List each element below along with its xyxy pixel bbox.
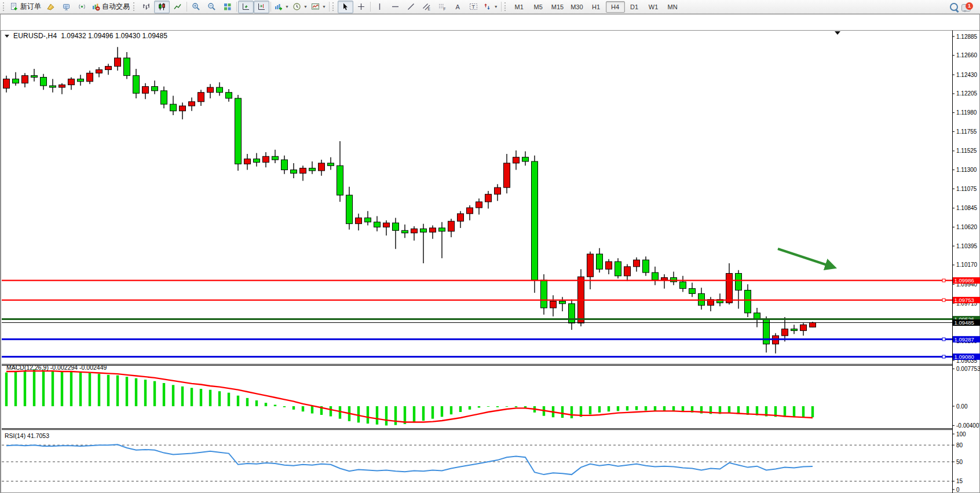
vertical-line-icon <box>375 2 384 11</box>
toolbar-separator <box>329 2 330 12</box>
tile-windows-icon <box>223 2 232 11</box>
arrows-button[interactable]: ▼ <box>481 1 500 13</box>
toolbar-separator <box>370 2 371 12</box>
tile-windows-button[interactable] <box>220 1 235 13</box>
fibonacci-button[interactable]: F <box>434 1 450 13</box>
one-click-trading-arrow-icon[interactable] <box>5 35 9 40</box>
text-icon: A <box>454 2 462 11</box>
price-axis[interactable]: 1.128851.126601.124301.122051.119801.117… <box>952 34 980 364</box>
cursor-button[interactable] <box>338 1 353 13</box>
svg-text:-0.004007: -0.004007 <box>956 422 980 429</box>
search-icon[interactable] <box>950 3 958 11</box>
line-chart-button[interactable] <box>170 1 185 13</box>
metaeditor-button[interactable] <box>43 1 58 13</box>
svg-text:1.09986: 1.09986 <box>955 277 974 284</box>
svg-text:1.11755: 1.11755 <box>956 128 977 135</box>
notification-badge: 1 <box>966 2 973 10</box>
chart-shift-marker-icon[interactable] <box>835 31 840 38</box>
bar-chart-button[interactable] <box>138 1 154 13</box>
toolbar-grip[interactable] <box>332 2 335 11</box>
chart-shift-button[interactable] <box>254 1 269 13</box>
svg-text:1.11980: 1.11980 <box>956 109 977 116</box>
svg-text:1.10845: 1.10845 <box>956 205 978 211</box>
crosshair-button[interactable] <box>353 1 369 13</box>
green-trend-arrow[interactable] <box>778 249 832 267</box>
timeframe-mn[interactable]: MN <box>663 1 682 13</box>
community-button[interactable] <box>58 1 74 13</box>
text-label-icon: T <box>469 2 478 11</box>
autotrading-button[interactable]: 自动交易 <box>90 1 131 13</box>
vertical-line-button[interactable] <box>372 1 387 13</box>
horizontal-line-objects[interactable] <box>2 279 952 358</box>
horizontal-line-button[interactable] <box>387 1 403 13</box>
auto-scroll-icon <box>242 2 250 11</box>
timeframe-m1[interactable]: M1 <box>510 1 529 13</box>
community-icon <box>62 2 71 11</box>
hline-handle[interactable] <box>942 279 945 282</box>
chart-title-overlay: EURUSD-,H4 1.09432 1.09496 1.09430 1.094… <box>5 32 167 40</box>
text-button[interactable]: A <box>450 1 466 13</box>
equidistant-channel-button[interactable]: E <box>419 1 434 13</box>
main-toolbar: 新订单 自动交易 <box>0 0 980 14</box>
svg-text:1.09287: 1.09287 <box>955 336 974 343</box>
new-order-icon <box>10 2 19 11</box>
svg-text:1.09485: 1.09485 <box>955 319 974 326</box>
timeframe-h4[interactable]: H4 <box>606 1 625 13</box>
svg-text:1.09080: 1.09080 <box>955 354 974 360</box>
bar-chart-icon <box>142 2 151 11</box>
svg-text:1.10395: 1.10395 <box>956 243 978 249</box>
price-chart-svg[interactable]: 1.128851.126601.124301.122051.119801.117… <box>1 30 980 493</box>
svg-text:1.10170: 1.10170 <box>956 262 978 268</box>
svg-text:1.11525: 1.11525 <box>956 148 977 154</box>
toolbar-grip[interactable] <box>3 2 6 11</box>
toolbar-separator <box>270 2 271 12</box>
trendline-icon <box>407 2 415 11</box>
trendline-button[interactable] <box>403 1 419 13</box>
hline-handle[interactable] <box>942 338 945 341</box>
timeframe-d1[interactable]: D1 <box>625 1 644 13</box>
line-chart-icon <box>173 2 182 11</box>
auto-scroll-button[interactable] <box>238 1 254 13</box>
macd-panel: 0.0077530.00-0.004007 <box>5 366 980 429</box>
toolbar-separator <box>236 2 237 12</box>
toolbar-right-cluster: 1 <box>950 2 979 12</box>
svg-text:15: 15 <box>956 478 963 484</box>
new-order-button[interactable]: 新订单 <box>8 1 43 13</box>
hline-handle[interactable] <box>942 355 945 358</box>
chevron-down-icon: ▼ <box>303 5 308 9</box>
timeframe-h1[interactable]: H1 <box>587 1 606 13</box>
toolbar-grip[interactable] <box>504 2 507 11</box>
arrow-annotation[interactable] <box>778 249 832 267</box>
timeframe-m15[interactable]: M15 <box>548 1 567 13</box>
templates-button[interactable]: ▼ <box>309 1 328 13</box>
signals-icon <box>78 2 86 11</box>
svg-text:T: T <box>471 4 475 10</box>
zoom-out-button[interactable] <box>204 1 220 13</box>
svg-text:1.12430: 1.12430 <box>956 72 978 78</box>
text-label-button[interactable]: T <box>466 1 481 13</box>
zoom-in-button[interactable] <box>188 1 204 13</box>
svg-text:1.10620: 1.10620 <box>956 224 978 230</box>
chart-window: EURUSD-,H4 1.09432 1.09496 1.09430 1.094… <box>0 14 980 493</box>
timeframe-m5[interactable]: M5 <box>529 1 548 13</box>
new-order-label: 新订单 <box>20 2 41 12</box>
signals-button[interactable] <box>74 1 90 13</box>
timeframe-w1[interactable]: W1 <box>644 1 663 13</box>
indicators-button[interactable]: ▼ <box>272 1 291 13</box>
svg-text:0.00: 0.00 <box>956 403 968 410</box>
hline-handle[interactable] <box>942 299 945 301</box>
toolbar-grip[interactable] <box>133 2 136 11</box>
fibonacci-icon: F <box>438 2 447 11</box>
chevron-down-icon: ▼ <box>494 5 498 9</box>
svg-text:0.007753: 0.007753 <box>956 366 980 372</box>
candlestick-chart-button[interactable] <box>154 1 170 13</box>
crosshair-icon <box>357 2 365 11</box>
svg-text:A: A <box>455 3 460 10</box>
svg-text:1.12885: 1.12885 <box>956 34 978 40</box>
indicators-icon <box>274 2 283 11</box>
periods-button[interactable]: ▼ <box>291 1 309 13</box>
svg-text:100: 100 <box>956 431 966 437</box>
notifications-button[interactable]: 1 <box>961 2 974 12</box>
timeframe-m30[interactable]: M30 <box>567 1 586 13</box>
cursor-icon <box>341 2 350 11</box>
